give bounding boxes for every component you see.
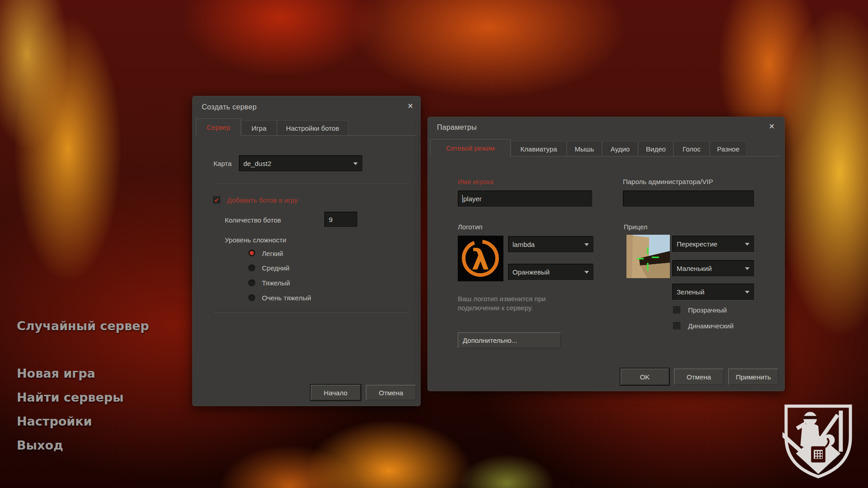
admin-password-input[interactable]	[623, 190, 754, 207]
tab-voice[interactable]: Голос	[674, 141, 710, 156]
crosshair-size-value: Маленький	[677, 265, 712, 272]
cancel-button[interactable]: Отмена	[674, 369, 724, 385]
logo-note: Ваш логотип изменится при подключении к …	[458, 294, 580, 313]
cancel-button[interactable]: Отмена	[366, 385, 416, 400]
admin-password-label: Пароль администратора/VIP	[623, 178, 713, 185]
counter-strike-emblem	[783, 402, 854, 480]
crosshair-type-select[interactable]: Перекрестие	[672, 236, 754, 252]
player-name-input[interactable]: player	[458, 190, 592, 207]
bot-count-input[interactable]: 9	[324, 212, 357, 227]
menu-item-new-game[interactable]: Новая игра	[17, 366, 95, 380]
add-bots-checkbox[interactable]: ✔	[213, 196, 220, 204]
crosshair-preview	[626, 235, 670, 278]
logo-name-value: lambda	[512, 241, 535, 248]
radio-very-hard[interactable]	[248, 294, 255, 301]
apply-button[interactable]: Применить	[728, 369, 778, 385]
text-caret	[462, 195, 463, 203]
tab-network-mode[interactable]: Сетевой режим	[430, 139, 511, 156]
create-server-tabstrip: Сервер Игра Настройки ботов	[196, 118, 417, 136]
bot-count-value: 9	[329, 216, 332, 223]
chevron-down-icon	[745, 267, 749, 270]
logo-note-line2: подключении к серверу.	[458, 303, 580, 313]
logo-color-value: Оранжевый	[512, 268, 550, 276]
radio-hard-label[interactable]: Тяжелый	[262, 279, 290, 287]
start-button[interactable]: Начало	[311, 385, 360, 400]
radio-easy[interactable]	[248, 250, 255, 256]
tab-game[interactable]: Игра	[241, 120, 277, 135]
ok-button[interactable]: OK	[621, 369, 669, 385]
crosshair-size-select[interactable]: Маленький	[672, 260, 754, 276]
chevron-down-icon	[584, 271, 589, 274]
svg-text:λ: λ	[471, 243, 489, 276]
separator	[214, 312, 409, 313]
radio-hard[interactable]	[248, 280, 255, 286]
close-icon[interactable]: ✕	[408, 103, 413, 110]
lambda-logo-icon: λ	[458, 236, 503, 281]
map-select[interactable]: de_dust2	[239, 155, 362, 171]
advanced-button[interactable]: Дополнительно...	[458, 332, 561, 348]
dynamic-label[interactable]: Динамический	[688, 322, 734, 330]
crosshair-type-value: Перекрестие	[677, 240, 717, 248]
close-icon[interactable]: ✕	[769, 123, 775, 130]
player-name-label: Имя игрока	[458, 178, 493, 185]
map-label: Карта	[213, 160, 232, 167]
menu-item-random-server[interactable]: Случайный сервер	[17, 319, 149, 333]
separator	[214, 182, 409, 183]
crosshair-label: Прицел	[624, 223, 648, 231]
dynamic-checkbox[interactable]	[673, 322, 680, 329]
translucent-label[interactable]: Прозрачный	[688, 306, 727, 314]
bot-count-label: Количество ботов	[225, 216, 281, 224]
menu-item-find-servers[interactable]: Найти серверы	[17, 390, 124, 404]
chevron-down-icon	[353, 162, 358, 165]
radio-very-hard-label[interactable]: Очень тяжелый	[262, 294, 311, 302]
menu-item-exit[interactable]: Выход	[17, 438, 63, 452]
menu-item-settings[interactable]: Настройки	[17, 414, 92, 428]
logo-label: Логотип	[458, 223, 483, 231]
chevron-down-icon	[745, 291, 749, 294]
map-select-value: de_dust2	[243, 160, 271, 167]
crosshair-color-select[interactable]: Зеленый	[672, 284, 754, 300]
create-server-title: Создать сервер	[202, 103, 256, 111]
options-tabstrip: Сетевой режим Клавиатура Мышь Аудио Виде…	[430, 138, 781, 156]
create-server-dialog: Создать сервер ✕ Сервер Игра Настройки б…	[192, 96, 421, 406]
tab-keyboard[interactable]: Клавиатура	[511, 141, 567, 156]
translucent-checkbox[interactable]	[673, 306, 680, 313]
logo-preview: λ	[458, 236, 503, 281]
tab-video[interactable]: Видео	[638, 141, 674, 156]
radio-medium-label[interactable]: Средний	[262, 264, 289, 272]
chevron-down-icon	[745, 243, 749, 246]
logo-note-line1: Ваш логотип изменится при	[458, 294, 580, 303]
tab-audio[interactable]: Аудио	[602, 141, 638, 156]
logo-color-select[interactable]: Оранжевый	[508, 264, 593, 280]
tab-bot-settings[interactable]: Настройки ботов	[277, 120, 348, 135]
radio-dot	[250, 251, 254, 255]
crosshair-preview-image	[626, 235, 670, 278]
options-dialog: Параметры ✕ Сетевой режим Клавиатура Мыш…	[427, 117, 785, 391]
add-bots-label[interactable]: Добавить ботов в игру	[227, 196, 298, 204]
player-name-value: player	[463, 195, 482, 203]
radio-easy-label[interactable]: Легкий	[262, 250, 283, 257]
difficulty-label: Уровень сложности	[225, 236, 286, 244]
chevron-down-icon	[584, 243, 589, 246]
radio-medium[interactable]	[248, 265, 255, 271]
tab-mouse[interactable]: Мышь	[567, 141, 602, 156]
tab-server[interactable]: Сервер	[196, 118, 241, 136]
logo-name-select[interactable]: lambda	[508, 236, 593, 252]
crosshair-color-value: Зеленый	[677, 288, 704, 296]
tab-misc[interactable]: Разное	[710, 141, 747, 156]
check-icon: ✔	[214, 197, 219, 203]
options-title: Параметры	[437, 123, 477, 132]
